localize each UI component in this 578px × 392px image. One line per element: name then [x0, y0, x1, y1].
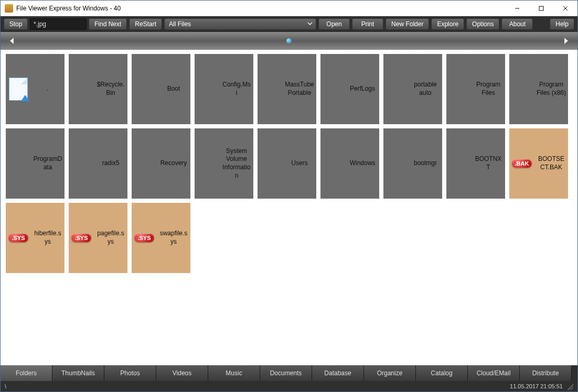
status-bar: \ 11.05.2017 21:05:51 — [1, 381, 577, 391]
folder-icon — [383, 54, 409, 124]
help-button[interactable]: Help — [550, 18, 574, 30]
item-label: System Volume Information — [220, 128, 253, 199]
folder-icon — [258, 54, 283, 124]
folder-item[interactable]: Program Files (x86) — [509, 54, 568, 124]
status-path: \ — [5, 383, 6, 389]
folder-icon — [69, 128, 94, 199]
item-label: hiberfile.sys — [31, 203, 65, 273]
item-label: radix5 — [94, 128, 127, 199]
item-label: Program Files — [472, 54, 505, 124]
item-label: Windows — [346, 128, 379, 199]
nav-prev-button[interactable] — [7, 36, 17, 46]
explore-button[interactable]: Explore — [431, 18, 464, 30]
stop-button[interactable]: Stop — [4, 18, 28, 30]
folder-item[interactable]: System Volume Information — [195, 128, 253, 199]
bottom-tab-photos[interactable]: Photos — [104, 365, 156, 381]
item-label: Recovery — [157, 128, 190, 199]
folder-icon — [383, 128, 409, 199]
status-timestamp: 11.05.2017 21:05:51 — [510, 383, 563, 389]
window-title: File Viewer Express for Windows - 40 — [16, 5, 121, 12]
folder-item[interactable]: Users — [258, 128, 316, 199]
folder-item[interactable]: bootmgr — [383, 128, 442, 199]
folder-item[interactable]: BOOTNXT — [446, 128, 505, 199]
nav-next-button[interactable] — [561, 36, 571, 46]
file-item[interactable]: .SYSswapfile.sys — [132, 203, 190, 273]
file-item[interactable]: .SYShiberfile.sys — [6, 203, 65, 273]
folder-icon — [446, 128, 472, 199]
close-button[interactable] — [553, 1, 577, 16]
folder-icon — [320, 54, 346, 124]
file-item[interactable]: .BAKBOOTSECT.BAK — [509, 128, 568, 199]
print-button[interactable]: Print — [352, 18, 383, 30]
maximize-button[interactable] — [529, 1, 553, 16]
item-label: MassTubePortable — [283, 54, 316, 124]
bottom-tab-videos[interactable]: Videos — [156, 365, 208, 381]
folder-icon — [195, 54, 220, 124]
folder-item[interactable]: Boot — [132, 54, 190, 124]
svg-rect-1 — [539, 6, 543, 10]
item-label: Users — [283, 128, 316, 199]
file-extension-badge: .SYS — [132, 203, 157, 273]
find-next-button[interactable]: Find Next — [89, 18, 127, 30]
folder-icon — [509, 54, 534, 124]
bottom-tab-documents[interactable]: Documents — [260, 365, 312, 381]
up-folder-icon — [6, 54, 31, 124]
folder-item[interactable]: Windows — [320, 128, 379, 199]
bottom-tabs: FoldersThumbNailsPhotosVideosMusicDocume… — [1, 365, 577, 381]
folder-icon — [320, 128, 346, 199]
folder-icon — [132, 128, 157, 199]
bottom-tab-catalog[interactable]: Catalog — [416, 365, 468, 381]
item-label: swapfile.sys — [157, 203, 190, 273]
options-button[interactable]: Options — [466, 18, 499, 30]
app-icon — [5, 4, 13, 13]
bottom-tab-music[interactable]: Music — [208, 365, 260, 381]
folder-item[interactable]: Program Files — [446, 54, 505, 124]
bottom-tab-organize[interactable]: Organize — [364, 365, 416, 381]
nav-strip — [1, 32, 577, 50]
extension-badge: .SYS — [134, 234, 154, 242]
bottom-tab-folders[interactable]: Folders — [1, 365, 52, 381]
folder-item[interactable]: $Recycle.Bin — [69, 54, 127, 124]
folder-item[interactable]: MassTubePortable — [258, 54, 316, 124]
parent-folder-item[interactable]: . — [6, 54, 65, 124]
open-button[interactable]: Open — [318, 18, 350, 30]
item-label: Boot — [157, 54, 190, 124]
folder-item[interactable]: Config.Msi — [195, 54, 253, 124]
filter-input[interactable] — [30, 18, 87, 30]
file-extension-badge: .SYS — [69, 203, 94, 273]
about-button[interactable]: About — [501, 18, 533, 30]
chevron-down-icon — [307, 20, 313, 28]
folder-item[interactable]: ProgramData — [6, 128, 65, 199]
item-label: . — [31, 54, 65, 124]
resize-grip-icon[interactable] — [566, 383, 573, 390]
bottom-tab-cloud-email[interactable]: Cloud/EMail — [468, 365, 520, 381]
dropdown-value: All Files — [169, 20, 191, 28]
file-item[interactable]: .SYSpagefile.sys — [69, 203, 127, 273]
nav-position-indicator[interactable] — [286, 38, 292, 43]
item-label: ProgramData — [31, 128, 65, 199]
item-label: Program Files (x86) — [534, 54, 568, 124]
file-extension-badge: .BAK — [509, 128, 534, 199]
folder-item[interactable]: Recovery — [132, 128, 190, 199]
folder-item[interactable]: PerfLogs — [320, 54, 379, 124]
bottom-tab-database[interactable]: Database — [312, 365, 364, 381]
extension-badge: .BAK — [512, 159, 532, 168]
folder-icon — [6, 128, 31, 199]
bottom-tab-distribute[interactable]: Distribute — [520, 365, 572, 381]
extension-badge: .SYS — [8, 234, 28, 242]
new-folder-button[interactable]: New Folder — [386, 18, 429, 30]
item-label: bootmgr — [409, 128, 442, 199]
minimize-button[interactable] — [505, 1, 529, 16]
app-window: File Viewer Express for Windows - 40 Sto… — [0, 0, 578, 392]
item-label: $Recycle.Bin — [94, 54, 127, 124]
item-label: portable auto — [409, 54, 442, 124]
folder-icon — [258, 128, 283, 199]
folder-item[interactable]: portable auto — [383, 54, 442, 124]
titlebar: File Viewer Express for Windows - 40 — [1, 1, 577, 16]
bottom-tab-thumbnails[interactable]: ThumbNails — [52, 365, 104, 381]
folder-icon — [132, 54, 157, 124]
restart-button[interactable]: ReStart — [129, 18, 162, 30]
item-label: BOOTSECT.BAK — [534, 128, 568, 199]
folder-item[interactable]: radix5 — [69, 128, 127, 199]
filetype-dropdown[interactable]: All Files — [164, 18, 316, 30]
